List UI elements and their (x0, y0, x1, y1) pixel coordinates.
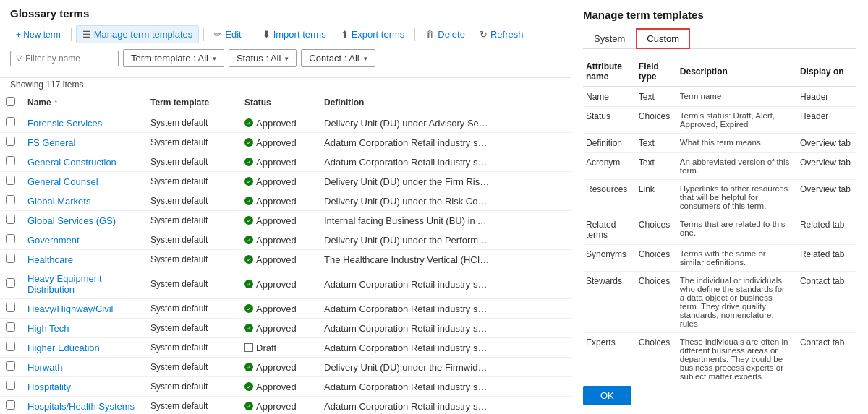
description-cell: Term's status: Draft, Alert, Approved, E… (677, 107, 797, 134)
import-terms-button[interactable]: ⬇ Import terms (257, 26, 332, 43)
term-link[interactable]: Government (27, 235, 80, 246)
row-checkbox[interactable] (6, 254, 15, 263)
table-row: Global Markets System default Approved D… (0, 191, 571, 211)
display-on-cell: Header (797, 107, 856, 134)
table-row: Government System default Approved Deliv… (0, 230, 571, 250)
row-checkbox[interactable] (6, 381, 15, 390)
col-header-check (0, 92, 22, 113)
row-checkbox[interactable] (6, 117, 15, 126)
row-checkbox-cell[interactable] (0, 113, 22, 133)
row-checkbox[interactable] (6, 342, 15, 351)
term-link[interactable]: FS General (27, 137, 75, 148)
row-checkbox-cell[interactable] (0, 152, 22, 172)
attr-name-cell: Resources (583, 180, 636, 215)
term-link[interactable]: Heavy/Highway/Civil (27, 303, 113, 314)
attr-row: Definition Text What this term means. Ov… (583, 134, 856, 153)
col-header-definition[interactable]: Definition (318, 92, 571, 113)
row-checkbox[interactable] (6, 215, 15, 224)
term-template-cell: System default (145, 269, 239, 299)
term-link[interactable]: Heavy Equipment Distribution (27, 273, 102, 295)
row-checkbox-cell[interactable] (0, 250, 22, 269)
export-terms-button[interactable]: ⬆ Export terms (335, 26, 411, 43)
row-checkbox-cell[interactable] (0, 358, 22, 377)
term-link[interactable]: Global Markets (27, 196, 90, 207)
page-title: Glossary terms (10, 7, 561, 20)
tab-custom[interactable]: Custom (636, 28, 690, 49)
row-checkbox-cell[interactable] (0, 230, 22, 250)
row-checkbox-cell[interactable] (0, 319, 22, 338)
term-name-cell: Heavy/Highway/Civil (22, 299, 145, 319)
col-header-template[interactable]: Term template (145, 92, 239, 113)
tab-system[interactable]: System (583, 28, 636, 49)
row-checkbox[interactable] (6, 278, 15, 288)
contact-filter-button[interactable]: Contact : All ▾ (301, 49, 375, 67)
col-header-status[interactable]: Status (239, 92, 318, 113)
row-checkbox-cell[interactable] (0, 211, 22, 230)
row-checkbox[interactable] (6, 137, 15, 146)
filter-icon: ▽ (16, 53, 22, 63)
row-checkbox-cell[interactable] (0, 377, 22, 397)
edit-button[interactable]: ✏ Edit (208, 26, 247, 43)
right-panel: Manage term templates System Custom Attr… (571, 0, 868, 414)
select-all-checkbox[interactable] (6, 97, 15, 106)
col-field-type: Field type (636, 58, 677, 87)
approved-dot (244, 177, 253, 186)
term-template-filter-button[interactable]: Term template : All ▾ (123, 49, 224, 67)
col-header-name[interactable]: Name ↑ (22, 92, 145, 113)
row-checkbox-cell[interactable] (0, 338, 22, 358)
row-checkbox-cell[interactable] (0, 133, 22, 152)
attr-name-cell: Acronym (583, 153, 636, 180)
term-link[interactable]: Forensic Services (27, 118, 102, 129)
terms-table-body: Forensic Services System default Approve… (0, 113, 571, 415)
display-on-cell: Related tab (797, 215, 856, 245)
ok-button[interactable]: OK (583, 386, 631, 405)
row-checkbox-cell[interactable] (0, 397, 22, 415)
term-link[interactable]: Horwath (27, 362, 62, 373)
status-filter-button[interactable]: Status : All ▾ (229, 49, 297, 67)
term-link[interactable]: General Construction (27, 157, 116, 168)
row-checkbox[interactable] (6, 303, 15, 312)
term-link[interactable]: Global Services (GS) (27, 215, 116, 226)
term-name-cell: Horwath (22, 358, 145, 377)
attr-row: Resources Link Hyperlinks to other resou… (583, 180, 856, 215)
term-template-cell: System default (145, 191, 239, 211)
row-checkbox[interactable] (6, 234, 15, 243)
row-checkbox-cell[interactable] (0, 172, 22, 191)
row-checkbox-cell[interactable] (0, 269, 22, 299)
row-checkbox[interactable] (6, 195, 15, 204)
term-name-cell: Government (22, 230, 145, 250)
term-definition-cell: Delivery Unit (DU) under the Performance… (318, 230, 571, 250)
attr-row: Experts Choices These individuals are of… (583, 333, 856, 379)
filter-by-name-input[interactable] (25, 53, 113, 64)
row-checkbox[interactable] (6, 322, 15, 332)
row-checkbox[interactable] (6, 176, 15, 185)
table-row: Hospitals/Health Systems System default … (0, 397, 571, 415)
row-checkbox-cell[interactable] (0, 191, 22, 211)
manage-term-templates-button[interactable]: ☰ Manage term templates (76, 25, 200, 43)
refresh-button[interactable]: ↻ Refresh (474, 26, 529, 43)
field-type-cell: Choices (636, 272, 677, 333)
new-term-button[interactable]: + New term (10, 27, 67, 43)
definition-text: Delivery Unit (DU) under the Firm Risk M… (324, 176, 490, 187)
row-checkbox[interactable] (6, 156, 15, 165)
term-template-cell: System default (145, 230, 239, 250)
term-link[interactable]: Higher Education (27, 342, 100, 353)
row-checkbox[interactable] (6, 361, 15, 371)
description-cell: Term name (677, 87, 797, 107)
row-checkbox-cell[interactable] (0, 299, 22, 319)
display-on-cell: Contact tab (797, 333, 856, 379)
row-checkbox[interactable] (6, 400, 15, 410)
terms-table: Name ↑ Term template Status Definition F… (0, 92, 571, 414)
export-icon: ⬆ (341, 29, 349, 40)
filter-by-name-input-container[interactable]: ▽ (10, 51, 119, 66)
term-link[interactable]: High Tech (27, 323, 69, 334)
delete-button[interactable]: 🗑 Delete (420, 26, 471, 43)
description-cell: Terms that are related to this one. (677, 215, 797, 245)
term-link[interactable]: General Counsel (27, 176, 98, 187)
term-link[interactable]: Healthcare (27, 254, 73, 265)
attributes-table-container: Attribute name Field type Description Di… (583, 58, 856, 379)
attr-name-cell: Experts (583, 333, 636, 379)
term-link[interactable]: Hospitality (27, 381, 71, 392)
definition-text: Adatum Corporation Retail industry sub s… (324, 323, 490, 334)
term-link[interactable]: Hospitals/Health Systems (27, 401, 135, 412)
